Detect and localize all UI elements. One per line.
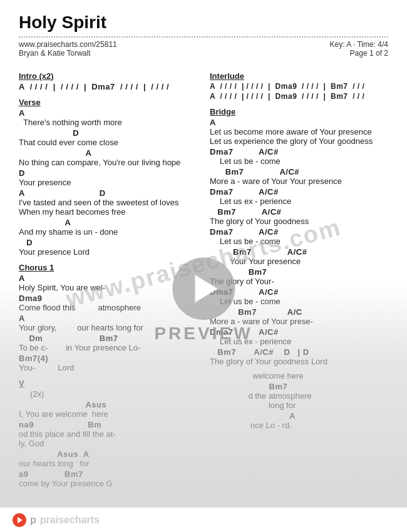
bridge-section: Bridge A Let us become more aware of You…	[210, 107, 388, 366]
b-chord-5: Dma7 A/C#	[210, 227, 388, 237]
logo-play-icon	[18, 517, 23, 523]
v-chord-1: A	[19, 108, 197, 118]
c1-chord-5: Bm7(4)	[19, 354, 197, 363]
v-chord-2: D	[19, 128, 197, 138]
page-num: Page 1 of 2	[330, 49, 388, 58]
c1-lyric-3: Your glory, our hearts long for	[19, 323, 197, 332]
v-chord-6: A	[19, 218, 197, 227]
v-lyric-6: When my heart becomes free	[19, 207, 197, 217]
left-column: Intro (x2) A / / / / | / / / / | Dma7 / …	[19, 65, 197, 493]
b-chord-1: Dma7 A/C#	[210, 147, 388, 156]
page-title: Holy Spirit	[19, 13, 388, 33]
cr-chord-2: A	[210, 411, 388, 421]
logo-play-button[interactable]	[13, 513, 26, 527]
cr-chord-1: Bm7	[210, 382, 388, 391]
verse2-section: V (2x) Asus I, You are welcome here na9 …	[19, 379, 197, 488]
c1-chord-4: Dm Bm7	[19, 334, 197, 343]
cr-lyric-1: welcome here	[210, 371, 388, 381]
v2-chord-1: Asus	[19, 400, 197, 409]
verse2-title: V	[19, 379, 197, 388]
b-chord-8: Dma7 A/C#	[210, 287, 388, 297]
v2-lyric-5: our hearts long for	[19, 459, 197, 468]
bottom-bar: p praisecharts	[0, 507, 407, 532]
b-lyric-5: Let us ex - perience	[210, 197, 388, 206]
cr-lyric-3: long for	[210, 401, 388, 410]
meta-right: Key: A · Time: 4/4 Page 1 of 2	[330, 40, 388, 58]
v2-chord-3: Asus A	[19, 449, 197, 459]
v-chord-4: D	[19, 168, 197, 178]
v-chord-7: D	[19, 238, 197, 247]
content-columns: Intro (x2) A / / / / | / / / / | Dma7 / …	[19, 65, 388, 493]
right-column: Interlude A / / / / | / / / / | Dma9 / /…	[210, 65, 388, 493]
intro-chord-1: A / / / / | / / / / | Dma7 / / / / | / /…	[19, 82, 197, 91]
v-lyric-4: Your presence	[19, 178, 197, 187]
b-chord-3: Dma7 A/C#	[210, 187, 388, 197]
v-lyric-5: I've tasted and seen of the sweetest of …	[19, 198, 197, 207]
b-lyric-8: Your Your presence	[210, 257, 388, 266]
b-lyric-13: The glory of Your goodness Lord	[210, 357, 388, 366]
b-chord-9: Bm7 A/C	[210, 307, 388, 317]
interlude-title: Interlude	[210, 71, 388, 81]
b-chord-7: Bm7	[210, 267, 388, 277]
v-lyric-1: There's nothing worth more	[19, 118, 197, 127]
cr-lyric-2: d the atmosphere	[210, 391, 388, 401]
v-lyric-7: And my shame is un - done	[19, 227, 197, 237]
c1-chord-3: A	[19, 314, 197, 323]
cr-lyric-4: nce Lo - rd.	[210, 421, 388, 430]
logo-text-2: praisecharts	[40, 514, 100, 526]
meta-left: www.praisecharts.com/25811 Bryan & Katie…	[19, 40, 117, 58]
b-lyric-4: More a - ware of Your Your presence	[210, 176, 388, 186]
v2-lyric-6: come by Your presence G	[19, 479, 197, 488]
intro-section: Intro (x2) A / / / / | / / / / | Dma7 / …	[19, 71, 197, 91]
c1-lyric-5: You- Lord	[19, 363, 197, 372]
key-time: Key: A · Time: 4/4	[330, 40, 388, 49]
b-chord-11: Bm7 A/C# D | D	[210, 347, 388, 357]
v2-lyric-3: od this place and fill the at-	[19, 429, 197, 439]
v2-chord-4: a9 Bm7	[19, 469, 197, 479]
b-lyric-2: Let us experience the glory of Your good…	[210, 136, 388, 146]
v-lyric-3: No thing can compare, You're our living …	[19, 158, 197, 167]
v-chord-3: A	[19, 148, 197, 158]
url: www.praisecharts.com/25811	[19, 40, 117, 49]
b-chord-10: Dma7 A/C#	[210, 327, 388, 337]
authors: Bryan & Katie Torwalt	[19, 49, 117, 58]
bridge-title: Bridge	[210, 107, 388, 116]
v2-lyric-2: I, You are welcome here	[19, 409, 197, 419]
b-chord-0: A	[210, 118, 388, 127]
b-lyric-1: Let us become more aware of Your presenc…	[210, 127, 388, 136]
b-lyric-9: The glory of Your-	[210, 277, 388, 286]
chorus1-section: Chorus 1 A Holy Spirit, You are wel- Dma…	[19, 263, 197, 372]
b-lyric-3: Let us be - come	[210, 156, 388, 166]
v2-lyric-1: (2x)	[19, 389, 197, 399]
b-lyric-12: Let us ex - perience	[210, 337, 388, 346]
c1-lyric-4: To be c- in Your presence Lo-	[19, 343, 197, 352]
verse-title: Verse	[19, 98, 197, 107]
b-chord-4: Bm7 A/C#	[210, 207, 388, 217]
logo-area: p praisecharts	[13, 513, 100, 527]
b-chord-2: Bm7 A/C#	[210, 167, 388, 176]
v2-chord-2: na9 Bm	[19, 420, 197, 429]
title-divider	[19, 36, 388, 38]
v-lyric-2: That could ever come close	[19, 138, 197, 147]
b-chord-6: Bm7 A/C#	[210, 247, 388, 257]
c1-chord-1: A	[19, 274, 197, 283]
c1-lyric-1: Holy Spirit, You are wel-	[19, 283, 197, 292]
c1-lyric-2: Come flood this atmosphere	[19, 303, 197, 312]
chorus1-title: Chorus 1	[19, 263, 197, 272]
b-lyric-10: Let us be - come	[210, 297, 388, 306]
interlude-chord-1: A / / / / | / / / / | Dma9 / / / / | Bm7…	[210, 82, 388, 91]
intro-title: Intro (x2)	[19, 71, 197, 81]
v2-lyric-4: ly, God	[19, 439, 197, 448]
meta-row: www.praisecharts.com/25811 Bryan & Katie…	[19, 40, 388, 58]
v-chord-5: A D	[19, 188, 197, 198]
b-lyric-7: Let us be - come	[210, 237, 388, 246]
b-lyric-11: More a - ware of Your prese-	[210, 317, 388, 326]
logo-text: p	[30, 514, 36, 526]
interlude-section: Interlude A / / / / | / / / / | Dma9 / /…	[210, 71, 388, 101]
verse-section: Verse A There's nothing worth more D Tha…	[19, 98, 197, 257]
interlude-chord-2: A / / / / | / / / / | Dma9 / / / / | Bm7…	[210, 92, 388, 101]
c1-chord-2: Dma9	[19, 294, 197, 303]
b-lyric-6: The glory of Your goodness	[210, 217, 388, 226]
chorus-right-section: welcome here Bm7 d the atmosphere long f…	[210, 371, 388, 430]
v-lyric-8: Your presence Lord	[19, 247, 197, 257]
